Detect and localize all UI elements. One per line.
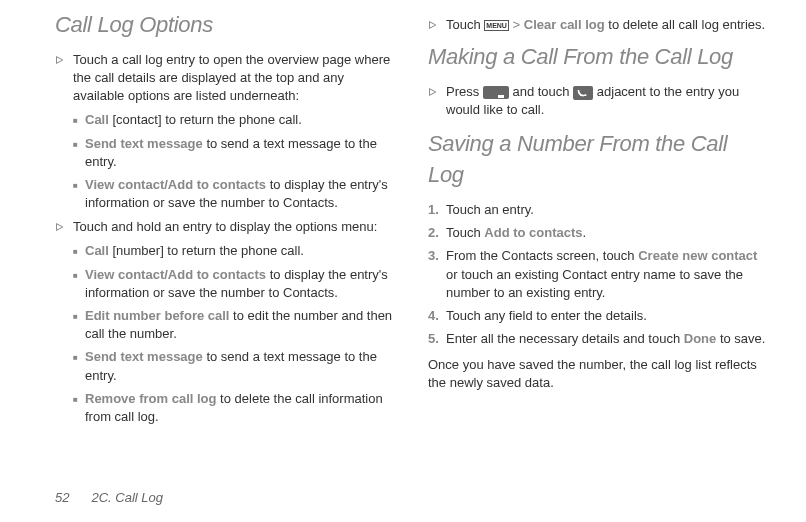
step-number: 4.: [428, 307, 446, 325]
sub-bullet-text: View contact/Add to contacts to display …: [85, 266, 393, 302]
square-icon: ■: [73, 266, 85, 302]
bold-label: Edit number before call: [85, 308, 229, 323]
menu-icon: MENU: [484, 20, 509, 31]
text: [number] to return the phone call.: [109, 243, 304, 258]
sub-bullet-text: View contact/Add to contacts to display …: [85, 176, 393, 212]
step-text: Touch Add to contacts.: [446, 224, 766, 242]
bold-label: Call: [85, 112, 109, 127]
arrow-icon: ᐅ: [55, 51, 73, 106]
bold-label: Create new contact: [638, 248, 757, 263]
text: [contact] to return the phone call.: [109, 112, 302, 127]
gt-symbol: >: [509, 17, 524, 32]
step-item: 3. From the Contacts screen, touch Creat…: [428, 247, 766, 302]
right-column: ᐅ Touch MENU > Clear call log to delete …: [428, 10, 766, 489]
text: .: [583, 225, 587, 240]
bold-label: Done: [684, 331, 717, 346]
heading-call-log-options: Call Log Options: [55, 10, 393, 41]
square-icon: ■: [73, 307, 85, 343]
bullet-text: Touch a call log entry to open the overv…: [73, 51, 393, 106]
bullet-item: ᐅ Touch MENU > Clear call log to delete …: [428, 16, 766, 34]
sub-bullet-text: Call [number] to return the phone call.: [85, 242, 393, 260]
step-item: 4. Touch any field to enter the details.: [428, 307, 766, 325]
sub-bullet-text: Call [contact] to return the phone call.: [85, 111, 393, 129]
sub-bullet-text: Send text message to send a text message…: [85, 348, 393, 384]
bullet-text: Press and touch adjacent to the entry yo…: [446, 83, 766, 119]
step-text: Touch an entry.: [446, 201, 766, 219]
phone-icon: [573, 86, 593, 100]
square-icon: ■: [73, 135, 85, 171]
bullet-item: ᐅ Press and touch adjacent to the entry …: [428, 83, 766, 119]
page-number: 52: [55, 489, 69, 507]
arrow-icon: ᐅ: [428, 83, 446, 119]
bold-label: Send text message: [85, 349, 203, 364]
bold-label: View contact/Add to contacts: [85, 267, 266, 282]
text: From the Contacts screen, touch: [446, 248, 638, 263]
bullet-text: Touch and hold an entry to display the o…: [73, 218, 393, 236]
sub-bullet-text: Send text message to send a text message…: [85, 135, 393, 171]
sub-bullet: ■ Send text message to send a text messa…: [73, 135, 393, 171]
text: Press: [446, 84, 483, 99]
sub-bullet-text: Edit number before call to edit the numb…: [85, 307, 393, 343]
step-item: 2. Touch Add to contacts.: [428, 224, 766, 242]
step-item: 1. Touch an entry.: [428, 201, 766, 219]
closing-paragraph: Once you have saved the number, the call…: [428, 356, 766, 392]
sub-bullet: ■ Edit number before call to edit the nu…: [73, 307, 393, 343]
square-icon: ■: [73, 348, 85, 384]
square-icon: ■: [73, 111, 85, 129]
arrow-icon: ᐅ: [428, 16, 446, 34]
sub-bullet: ■ View contact/Add to contacts to displa…: [73, 176, 393, 212]
step-number: 5.: [428, 330, 446, 348]
bold-label: Remove from call log: [85, 391, 216, 406]
square-icon: ■: [73, 390, 85, 426]
step-text: From the Contacts screen, touch Create n…: [446, 247, 766, 302]
heading-saving-number: Saving a Number From the Call Log: [428, 129, 766, 191]
square-icon: ■: [73, 176, 85, 212]
bold-label: View contact/Add to contacts: [85, 177, 266, 192]
step-number: 1.: [428, 201, 446, 219]
bullet-item: ᐅ Touch and hold an entry to display the…: [55, 218, 393, 236]
step-number: 2.: [428, 224, 446, 242]
heading-making-call: Making a Call From the Call Log: [428, 42, 766, 73]
bullet-text: Touch MENU > Clear call log to delete al…: [446, 16, 766, 34]
bold-label: Call: [85, 243, 109, 258]
text: to save.: [716, 331, 765, 346]
bold-label: Clear call log: [524, 17, 605, 32]
sub-bullet-text: Remove from call log to delete the call …: [85, 390, 393, 426]
sub-bullet: ■ View contact/Add to contacts to displa…: [73, 266, 393, 302]
text: to delete all call log entries.: [605, 17, 765, 32]
text: Touch: [446, 225, 484, 240]
text: Enter all the necessary details and touc…: [446, 331, 684, 346]
section-label: 2C. Call Log: [91, 489, 163, 507]
step-number: 3.: [428, 247, 446, 302]
step-text: Enter all the necessary details and touc…: [446, 330, 766, 348]
text: or touch an existing Contact entry name …: [446, 267, 743, 300]
sub-bullet: ■ Call [contact] to return the phone cal…: [73, 111, 393, 129]
sub-bullet: ■ Call [number] to return the phone call…: [73, 242, 393, 260]
bold-label: Add to contacts: [484, 225, 582, 240]
text: and touch: [509, 84, 573, 99]
home-key-icon: [483, 86, 509, 99]
square-icon: ■: [73, 242, 85, 260]
page-columns: Call Log Options ᐅ Touch a call log entr…: [55, 10, 766, 489]
sub-bullet: ■ Remove from call log to delete the cal…: [73, 390, 393, 426]
arrow-icon: ᐅ: [55, 218, 73, 236]
step-item: 5. Enter all the necessary details and t…: [428, 330, 766, 348]
step-text: Touch any field to enter the details.: [446, 307, 766, 325]
left-column: Call Log Options ᐅ Touch a call log entr…: [55, 10, 393, 489]
sub-bullet: ■ Send text message to send a text messa…: [73, 348, 393, 384]
page-footer: 52 2C. Call Log: [55, 489, 766, 507]
bullet-item: ᐅ Touch a call log entry to open the ove…: [55, 51, 393, 106]
bold-label: Send text message: [85, 136, 203, 151]
text: Touch: [446, 17, 484, 32]
